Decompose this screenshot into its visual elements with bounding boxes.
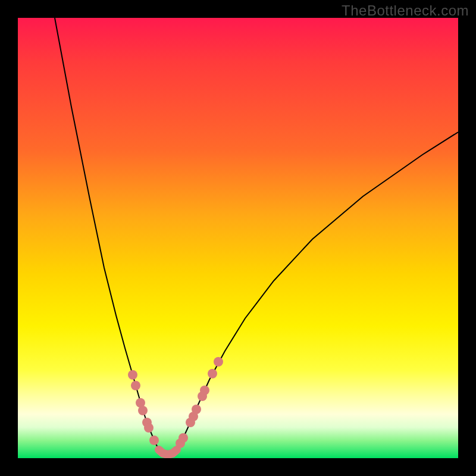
- data-marker: [144, 423, 154, 433]
- chart-svg: [18, 18, 458, 458]
- data-marker: [214, 357, 223, 367]
- data-marker: [128, 370, 137, 380]
- data-marker: [208, 369, 217, 378]
- data-marker: [149, 436, 159, 445]
- chart-frame: TheBottleneck.com: [0, 0, 476, 476]
- marker-group: [128, 357, 223, 448]
- curve-minimum-segment: [159, 450, 177, 455]
- watermark-text: TheBottleneck.com: [342, 2, 469, 19]
- curve-right-branch: [177, 132, 458, 450]
- data-marker: [178, 433, 188, 443]
- plot-area: [18, 18, 458, 458]
- data-marker: [192, 405, 201, 414]
- data-marker: [131, 381, 140, 390]
- curve-left-branch: [55, 18, 159, 450]
- data-marker: [200, 386, 209, 395]
- data-marker: [138, 406, 148, 415]
